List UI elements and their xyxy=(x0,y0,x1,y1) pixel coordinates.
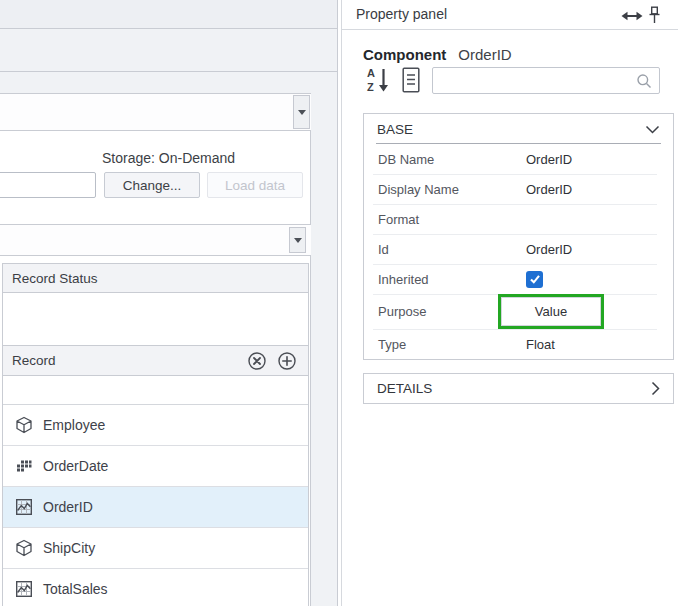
property-label: Id xyxy=(378,242,526,257)
property-search-box xyxy=(432,67,660,94)
property-value: OrderID xyxy=(526,152,572,167)
chevron-down-icon xyxy=(294,238,302,243)
panel-divider xyxy=(337,0,338,606)
details-section-header[interactable]: DETAILS xyxy=(363,373,674,404)
list-item-totalsales[interactable]: TotalSales xyxy=(3,569,308,606)
combobox-dropdown-button[interactable] xyxy=(289,227,306,253)
sort-az-icon[interactable]: A Z xyxy=(366,66,391,97)
list-item-label: ShipCity xyxy=(43,540,95,556)
app-window: Storage: On-Demand Change... Load data R… xyxy=(0,0,678,606)
property-row-display-name[interactable]: Display NameOrderID xyxy=(364,174,673,204)
property-value: Float xyxy=(526,337,555,352)
list-item-employee[interactable]: Employee xyxy=(3,405,308,446)
measure-chart-icon xyxy=(15,498,33,516)
combobox-dropdown-button[interactable] xyxy=(293,95,310,129)
list-item-orderdate[interactable]: OrderDate xyxy=(3,446,308,487)
purpose-value-highlighted[interactable]: Value xyxy=(498,294,604,329)
record-label: Record xyxy=(12,353,56,368)
dimension-cube-icon xyxy=(15,539,33,557)
list-item-orderid[interactable]: OrderID xyxy=(3,487,308,528)
pin-icon[interactable] xyxy=(648,6,661,28)
property-label: Inherited xyxy=(378,272,526,287)
record-status-header: Record Status xyxy=(3,264,308,293)
property-panel: Property panel Component OrderID xyxy=(342,0,678,606)
document-icon[interactable] xyxy=(400,66,422,97)
change-button[interactable]: Change... xyxy=(104,172,200,198)
property-panel-title: Property panel xyxy=(356,6,447,22)
chevron-down-icon xyxy=(645,125,660,134)
toolbar-band-1 xyxy=(0,0,337,29)
property-value: OrderID xyxy=(526,182,572,197)
measure-chart-icon xyxy=(15,580,33,598)
record-status-label: Record Status xyxy=(12,271,98,286)
property-label: Type xyxy=(378,337,526,352)
svg-text:Z: Z xyxy=(367,81,374,93)
property-label: DB Name xyxy=(378,152,526,167)
horizontal-resize-icon[interactable] xyxy=(621,9,643,25)
toolbar-band-2 xyxy=(0,29,337,72)
record-status-empty-area xyxy=(3,293,308,346)
base-section-header[interactable]: BASE xyxy=(364,114,673,144)
list-item-label: TotalSales xyxy=(43,581,108,597)
property-panel-header: Property panel xyxy=(342,0,678,30)
circle-x-icon[interactable] xyxy=(247,351,267,371)
property-value: Value xyxy=(535,304,567,319)
storage-text-input[interactable] xyxy=(0,172,96,198)
property-row-inherited[interactable]: Inherited xyxy=(364,264,673,294)
property-search-input[interactable] xyxy=(433,68,659,93)
svg-text:A: A xyxy=(367,67,375,79)
storage-mode-label: Storage: On-Demand xyxy=(102,150,235,166)
list-item-label: Employee xyxy=(43,417,105,433)
base-section-rows: DB NameOrderIDDisplay NameOrderIDFormatI… xyxy=(364,144,673,359)
base-section-title: BASE xyxy=(377,122,413,137)
field-list: EmployeeOrderDateOrderIDShipCityTotalSal… xyxy=(3,405,308,606)
record-header: Record xyxy=(3,346,308,376)
property-row-format[interactable]: Format xyxy=(364,204,673,234)
list-item-label: OrderDate xyxy=(43,458,108,474)
property-value: OrderID xyxy=(526,242,572,257)
property-label: Display Name xyxy=(378,182,526,197)
empty-list-row xyxy=(3,376,308,405)
record-combobox[interactable] xyxy=(0,224,311,256)
data-source-combobox[interactable] xyxy=(0,93,311,131)
load-data-button: Load data xyxy=(207,172,303,198)
chevron-right-icon xyxy=(651,381,660,396)
list-item-shipcity[interactable]: ShipCity xyxy=(3,528,308,569)
dimension-cube-icon xyxy=(15,416,33,434)
component-label: Component xyxy=(363,46,446,63)
toolbar-band-3 xyxy=(0,72,337,93)
chevron-down-icon xyxy=(298,110,306,115)
property-row-db-name[interactable]: DB NameOrderID xyxy=(364,144,673,174)
property-row-id[interactable]: IdOrderID xyxy=(364,234,673,264)
left-panel: Storage: On-Demand Change... Load data R… xyxy=(0,93,311,606)
record-grid: Record Status Record xyxy=(2,263,309,606)
inherited-checkbox[interactable] xyxy=(526,271,543,288)
circle-plus-icon[interactable] xyxy=(277,351,297,371)
component-name: OrderID xyxy=(458,46,511,63)
date-blocks-icon xyxy=(15,457,33,475)
property-row-type[interactable]: TypeFloat xyxy=(364,329,673,359)
list-item-label: OrderID xyxy=(43,499,93,515)
details-section-title: DETAILS xyxy=(377,381,432,396)
property-label: Format xyxy=(378,212,526,227)
base-section: BASE DB NameOrderIDDisplay NameOrderIDFo… xyxy=(363,113,674,360)
property-row-purpose[interactable]: PurposeValue xyxy=(364,294,673,329)
panel-gutter xyxy=(311,93,337,606)
